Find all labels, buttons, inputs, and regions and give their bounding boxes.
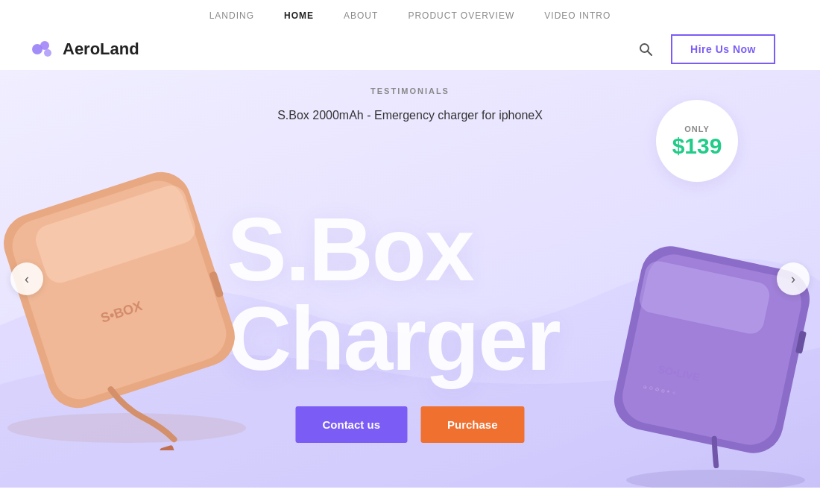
nav-item-video-intro[interactable]: VIDEO INTRO — [544, 10, 611, 21]
logo-text: AeroLand — [63, 40, 139, 59]
product-subtitle: S.Box 2000mAh - Emergency charger for ip… — [277, 109, 543, 122]
nav-item-landing[interactable]: LANDING — [209, 10, 254, 21]
svg-point-1 — [40, 41, 49, 50]
price-value: $139 — [672, 133, 722, 158]
logo[interactable]: AeroLand — [30, 39, 139, 60]
next-arrow-button[interactable]: › — [777, 262, 810, 295]
svg-rect-11 — [160, 444, 174, 450]
prev-arrow-button[interactable]: ‹ — [10, 262, 43, 295]
nav-item-about[interactable]: ABOUT — [344, 10, 378, 21]
testimonials-label: TESTIMONIALS — [370, 86, 450, 95]
logo-icon — [30, 39, 55, 60]
price-badge: ONLY $139 — [656, 100, 738, 182]
svg-point-2 — [44, 49, 51, 57]
nav-item-product-overview[interactable]: PRODUCT OVERVIEW — [408, 10, 514, 21]
header-actions: Hire Us Now — [638, 34, 775, 64]
svg-line-4 — [648, 51, 652, 56]
price-only-label: ONLY — [684, 125, 710, 133]
purchase-button[interactable]: Purchase — [420, 406, 525, 443]
hire-us-button[interactable]: Hire Us Now — [671, 34, 775, 64]
search-icon — [638, 42, 653, 57]
nav-item-home[interactable]: HOME — [284, 10, 314, 21]
product-image-left: S•BOX — [0, 130, 291, 450]
top-navigation: LANDING HOME ABOUT PRODUCT OVERVIEW VIDE… — [0, 0, 820, 28]
chevron-left-icon: ‹ — [25, 271, 29, 287]
hero-section: TESTIMONIALS S.Box 2000mAh - Emergency c… — [0, 70, 820, 488]
hero-buttons: Contact us Purchase — [295, 406, 524, 443]
contact-us-button[interactable]: Contact us — [295, 406, 407, 443]
svg-point-12 — [626, 470, 805, 488]
site-header: AeroLand Hire Us Now — [0, 28, 820, 70]
search-button[interactable] — [638, 42, 653, 57]
chevron-right-icon: › — [791, 271, 795, 287]
svg-point-5 — [7, 413, 246, 443]
